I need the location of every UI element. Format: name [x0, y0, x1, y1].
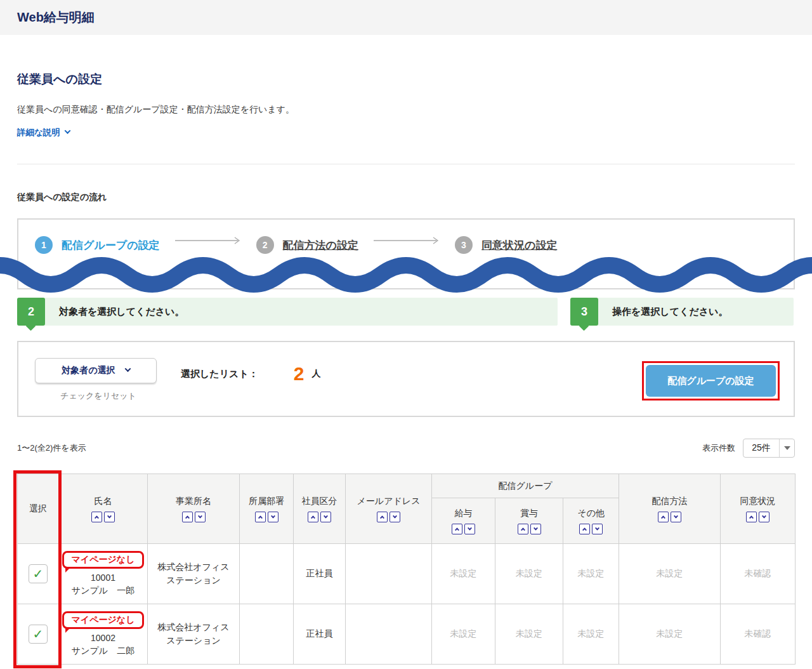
- sort-desc-button[interactable]: [195, 512, 206, 522]
- employee-name: サンプル 二郎: [59, 646, 147, 657]
- flow-heading: 従業員への設定の流れ: [17, 192, 795, 203]
- selected-count-block: 選択したリスト： 2 人: [181, 364, 320, 383]
- step-number-badge: 3: [455, 236, 473, 254]
- header-email-label: メールアドレス: [346, 496, 431, 507]
- delivery-group-setting-button[interactable]: 配信グループの設定: [646, 365, 776, 397]
- header-group-bonus-label: 賞与: [495, 508, 563, 519]
- page-title: 従業員への設定: [17, 71, 795, 88]
- header-group-salary: 給与: [432, 498, 495, 544]
- sort-asc-button[interactable]: [308, 512, 318, 522]
- chevron-down-icon: [124, 366, 131, 372]
- caret-down-icon: [784, 446, 790, 450]
- chevron-up-icon: [520, 527, 525, 532]
- sort-desc-button[interactable]: [390, 512, 400, 522]
- sort-desc-button[interactable]: [464, 524, 475, 534]
- detail-description-link[interactable]: 詳細な説明: [17, 127, 70, 138]
- employee-name: サンプル 一郎: [59, 585, 147, 597]
- office-cell: 株式会社オフィス ステーション: [148, 544, 240, 604]
- sort-asc-button[interactable]: [91, 512, 102, 522]
- list-controls: 1〜2(全2)件を表示 表示件数 25件: [17, 439, 795, 458]
- page-size-control: 表示件数 25件: [702, 439, 795, 458]
- name-cell: マイページなし 10001 サンプル 一郎: [59, 544, 148, 604]
- select-cell: ✓: [18, 604, 59, 665]
- sort-asc-button[interactable]: [579, 524, 590, 534]
- sort-desc-button[interactable]: [759, 512, 769, 522]
- sort-desc-button[interactable]: [268, 512, 278, 522]
- step-number-badge: 2: [256, 236, 274, 254]
- step-label[interactable]: 同意状況の設定: [481, 238, 557, 253]
- callout-tail: [65, 567, 71, 573]
- header-group-bonus: 賞与: [495, 498, 563, 544]
- sort-desc-button[interactable]: [104, 512, 115, 522]
- sort-asc-button[interactable]: [518, 524, 528, 534]
- delivery-method-cell: 未設定: [619, 604, 721, 665]
- sort-asc-button[interactable]: [658, 512, 669, 522]
- sort-asc-button[interactable]: [182, 512, 193, 522]
- selected-list-label: 選択したリスト：: [181, 368, 258, 380]
- sort-controls: [721, 512, 795, 522]
- employee-number: 10002: [59, 633, 147, 643]
- header-employee-type-label: 社員区分: [294, 496, 345, 507]
- sort-desc-button[interactable]: [592, 524, 603, 534]
- office-name-line2: ステーション: [148, 574, 239, 587]
- department-cell: [240, 604, 294, 665]
- page: Web給与明細 従業員への設定 従業員への同意確認・配信グループ設定・配信方法設…: [0, 0, 812, 669]
- header-name: 氏名: [59, 474, 148, 544]
- banner-text: 操作を選択してください。: [612, 306, 728, 318]
- sort-asc-button[interactable]: [377, 512, 388, 522]
- chevron-up-icon: [380, 515, 384, 520]
- table-row: ✓ マイページなし 10001 サンプル 一郎 株式会社: [18, 544, 796, 604]
- delivery-method-cell: 未設定: [619, 544, 721, 604]
- step-delivery-method[interactable]: 2 配信方法の設定: [256, 236, 358, 254]
- email-cell: [346, 604, 432, 665]
- banner-select-action: 3 操作を選択してください。: [570, 298, 794, 326]
- sort-desc-button[interactable]: [530, 524, 541, 534]
- chevron-down-icon: [197, 513, 202, 518]
- sort-desc-button[interactable]: [320, 512, 331, 522]
- group-salary-cell: 未設定: [432, 604, 495, 665]
- employee-type-cell: 正社員: [294, 604, 346, 665]
- chevron-up-icon: [749, 515, 754, 520]
- chevron-down-icon: [533, 526, 537, 530]
- banner-select-target: 2 対象者を選択してください。: [17, 298, 558, 326]
- instruction-banners: 2 対象者を選択してください。 3 操作を選択してください。: [17, 298, 795, 326]
- row-checkbox[interactable]: ✓: [29, 625, 48, 644]
- step-consent-status[interactable]: 3 同意状況の設定: [455, 236, 557, 254]
- page-size-select[interactable]: 25件: [743, 439, 795, 458]
- callout-tail: [65, 627, 71, 633]
- main-content: 従業員への設定 従業員への同意確認・配信グループ設定・配信方法設定を行います。 …: [0, 71, 812, 665]
- employee-number: 10001: [59, 573, 147, 583]
- header-department-label: 所属部署: [240, 496, 293, 507]
- sort-controls: [495, 524, 563, 534]
- group-bonus-cell: 未設定: [495, 544, 563, 604]
- row-checkbox[interactable]: ✓: [29, 564, 48, 583]
- step-number-badge: 1: [35, 236, 53, 254]
- no-mypage-badge: マイページなし: [62, 551, 145, 569]
- header-delivery-method: 配信方法: [619, 474, 721, 544]
- email-cell: [346, 544, 432, 604]
- target-select-block: 対象者の選択 チェックをリセット: [35, 358, 162, 402]
- selection-panel: 対象者の選択 チェックをリセット 選択したリスト： 2 人 配信グループの設定: [17, 341, 795, 417]
- sort-asc-button[interactable]: [255, 512, 266, 522]
- reset-checks-link[interactable]: チェックをリセット: [60, 390, 136, 402]
- sort-asc-button[interactable]: [746, 512, 757, 522]
- header-office-label: 事業所名: [148, 496, 239, 507]
- group-other-cell: 未設定: [563, 544, 619, 604]
- selected-count-unit: 人: [311, 368, 320, 380]
- header-group-other: その他: [563, 498, 619, 544]
- chevron-up-icon: [258, 515, 262, 520]
- sort-desc-button[interactable]: [671, 512, 681, 522]
- target-select-button[interactable]: 対象者の選択: [35, 358, 157, 383]
- sort-asc-button[interactable]: [452, 524, 462, 534]
- sort-controls: [432, 524, 495, 534]
- step-label[interactable]: 配信方法の設定: [283, 238, 358, 253]
- chevron-down-icon: [270, 513, 275, 518]
- step-label: 配信グループの設定: [62, 238, 160, 253]
- page-size-value: 25件: [743, 442, 779, 454]
- no-mypage-badge-label: マイページなし: [72, 554, 135, 564]
- arrow-right-icon: [174, 236, 242, 245]
- dropdown-arrow-area: [779, 439, 794, 457]
- name-cell: マイページなし 10002 サンプル 二郎: [59, 604, 148, 665]
- header-email: メールアドレス: [346, 474, 432, 544]
- header-select: 選択: [18, 474, 59, 544]
